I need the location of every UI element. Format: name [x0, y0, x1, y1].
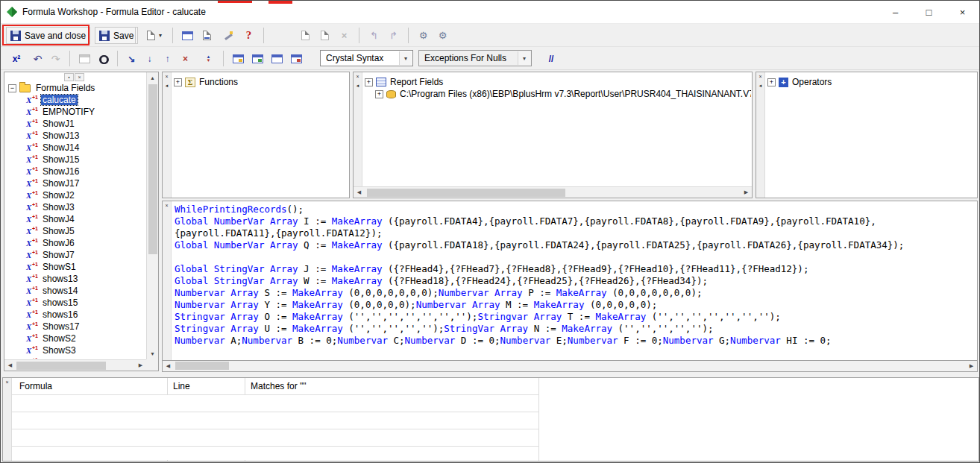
formula-field-icon	[26, 227, 39, 236]
toggle-fields-tree-button[interactable]	[229, 50, 248, 67]
tree-item[interactable]: ShowJ15	[5, 154, 145, 166]
report-fields-root-row[interactable]: + Report Fields	[365, 76, 751, 88]
panel-pin-button[interactable]: ◂	[756, 82, 764, 90]
expand-icon[interactable]: +	[365, 78, 373, 86]
tree-item[interactable]: ShowJ2	[5, 189, 145, 201]
functions-root-row[interactable]: + Functions	[174, 76, 348, 88]
null-handling-select[interactable]: Exceptions For Nulls ▾	[418, 50, 532, 66]
panel-pin-button[interactable]: ◂	[354, 82, 362, 90]
tree-item[interactable]: calucate	[5, 94, 145, 106]
next-bookmark-button[interactable]: ↓	[141, 50, 158, 67]
tree-item-label: shows15	[41, 297, 79, 308]
rename-button[interactable]	[198, 27, 216, 44]
tree-item[interactable]: ShowS4	[5, 356, 145, 359]
tree-item[interactable]: ShowJ13	[5, 130, 145, 142]
minimize-button[interactable]: –	[879, 1, 912, 23]
delete-button[interactable]: ×	[335, 27, 354, 44]
tree-item[interactable]: EMPNOTIFY	[5, 106, 145, 118]
expand-icon[interactable]: +	[767, 78, 776, 86]
update-from-repository-button[interactable]: ↱	[384, 27, 403, 44]
toggle-all-trees-button[interactable]	[287, 50, 306, 67]
sort-trees-button[interactable]: ▲▼	[199, 50, 218, 67]
undo-button[interactable]: ↶	[29, 50, 46, 67]
tree-item[interactable]: shows15	[5, 297, 145, 309]
panel-close-button[interactable]: ×	[3, 379, 11, 387]
scroll-right-button[interactable]: ▶	[135, 360, 146, 371]
expand-icon[interactable]: +	[174, 78, 182, 86]
panel-close-button[interactable]: ×	[354, 73, 362, 81]
tree-item[interactable]: ShowJ5	[5, 225, 145, 237]
syntax-select[interactable]: Crystal Syntax ▾	[320, 50, 413, 66]
scroll-left-button[interactable]: ◀	[163, 361, 174, 371]
tree-item[interactable]: shows14	[5, 285, 145, 297]
help-button[interactable]: ?	[239, 27, 258, 44]
title-bar[interactable]: Formula Workshop - Formula Editor - calu…	[1, 1, 979, 24]
tree-item[interactable]: ShowS3	[5, 344, 145, 356]
tree-item[interactable]: ShowJ6	[5, 237, 145, 249]
use-expert-wizard-button[interactable]	[219, 27, 237, 44]
toggle-operators-tree-button[interactable]	[268, 50, 286, 67]
custom-function-button[interactable]: ⚙	[414, 27, 433, 44]
tree-item[interactable]: ShowS1	[5, 261, 145, 273]
find-button[interactable]	[95, 50, 113, 67]
tree-item-label: ShowJ13	[41, 130, 81, 141]
scrollbar-thumb[interactable]	[16, 362, 106, 370]
vertical-scrollbar[interactable]: ▲ ▼	[146, 72, 158, 359]
formula-text-area[interactable]: WhilePrintingRecords();Global NumberVar …	[175, 204, 976, 359]
editor-horizontal-scrollbar[interactable]: ◀ ▶	[162, 361, 978, 372]
scrollbar-thumb[interactable]	[175, 362, 229, 370]
tree-item[interactable]: shows13	[5, 273, 145, 285]
comment-button[interactable]: //	[542, 50, 560, 67]
redo-button[interactable]: ↷	[47, 50, 64, 67]
scroll-right-button[interactable]: ▶	[741, 187, 752, 198]
paste-formula-button[interactable]	[315, 27, 334, 44]
tree-item[interactable]: Shows17	[5, 321, 145, 333]
panel-pin-button[interactable]: ▪	[64, 73, 74, 81]
tree-item[interactable]: ShowS2	[5, 333, 145, 344]
toggle-functions-tree-button[interactable]	[248, 50, 267, 67]
panel-close-button[interactable]: ×	[756, 73, 764, 81]
previous-bookmark-button[interactable]: ↑	[159, 50, 176, 67]
tree-item-label: ShowS3	[41, 345, 78, 356]
scroll-right-button[interactable]: ▶	[966, 361, 977, 371]
tree-item[interactable]: ShowJ4	[5, 213, 145, 225]
tree-item[interactable]: ShowJ3	[5, 201, 145, 213]
toggle-bookmark-button[interactable]: ↘	[123, 50, 140, 67]
maximize-button[interactable]: □	[912, 1, 946, 23]
copy-formula-button[interactable]	[296, 27, 315, 44]
scroll-left-button[interactable]: ◀	[354, 187, 365, 198]
clear-bookmarks-button[interactable]: ×	[177, 50, 194, 67]
tree-item[interactable]: ShowJ1	[5, 118, 145, 130]
scroll-up-button[interactable]: ▲	[147, 72, 158, 84]
tree-root-row[interactable]: − Formula Fields	[5, 82, 145, 94]
collapse-icon[interactable]: −	[8, 84, 16, 92]
toggle-workshop-tree-button[interactable]	[178, 27, 197, 44]
browse-data-button[interactable]	[75, 50, 94, 67]
check-syntax-button[interactable]: x²	[7, 50, 26, 67]
tree-item[interactable]: ShowJ17	[5, 177, 145, 189]
horizontal-scrollbar[interactable]: ◀ ▶	[354, 186, 752, 198]
formula-expert-button[interactable]: ⚙	[433, 27, 452, 44]
scroll-left-button[interactable]: ◀	[4, 360, 16, 371]
formula-field-icon	[26, 179, 39, 189]
panel-close-button[interactable]: ×	[163, 202, 171, 210]
close-button[interactable]: ×	[946, 1, 979, 23]
code-line: Global NumberVar Array Q := MakeArray ({…	[175, 239, 976, 251]
tree-item[interactable]: ShowJ7	[5, 249, 145, 261]
report-source-row[interactable]: + C:\Program Files (x86)\EBP\BplusHrm v7…	[375, 88, 751, 100]
add-to-repository-button[interactable]: ↰	[365, 27, 383, 44]
panel-close-button[interactable]: ×	[163, 73, 171, 81]
expand-icon[interactable]: +	[375, 90, 383, 98]
tree-item[interactable]: ShowJ16	[5, 166, 145, 177]
scrollbar-thumb[interactable]	[367, 189, 565, 197]
tree-item[interactable]: shows16	[5, 309, 145, 321]
scroll-down-button[interactable]: ▼	[147, 348, 158, 359]
operators-root-row[interactable]: + Operators	[767, 76, 976, 88]
new-button[interactable]: ▾	[141, 27, 168, 44]
horizontal-scrollbar[interactable]: ◀ ▶	[4, 359, 146, 371]
panel-pin-button[interactable]: ◂	[163, 82, 171, 90]
save-button[interactable]: Save	[95, 27, 138, 44]
scrollbar-thumb[interactable]	[148, 84, 157, 254]
panel-close-button[interactable]: ×	[75, 73, 84, 81]
tree-item[interactable]: ShowJ14	[5, 142, 145, 154]
